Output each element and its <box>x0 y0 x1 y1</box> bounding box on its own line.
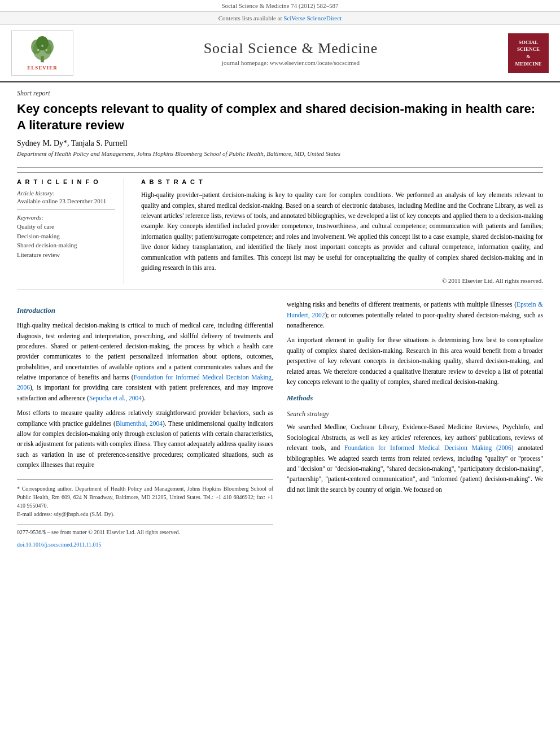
bottom-bar: 0277-9536/$ – see front matter © 2011 El… <box>17 524 273 540</box>
svg-point-7 <box>41 45 43 47</box>
copyright: © 2011 Elsevier Ltd. All rights reserved… <box>141 277 543 284</box>
logo-line-2: SCIENCE <box>517 46 540 53</box>
logo-line-3: & <box>526 53 531 60</box>
main-content: Short report Key concepts relevant to qu… <box>0 82 560 549</box>
keyword-2: Decision-making <box>17 231 115 241</box>
journal-info-bar: Social Science & Medicine 74 (2012) 582–… <box>0 0 560 12</box>
journal-title: Social Science & Medicine <box>79 40 502 57</box>
footnote-email: E-mail address: sdy@jhsph.edu (S.M. Dy). <box>17 510 273 518</box>
keyword-3: Shared decision-making <box>17 241 115 250</box>
elsevier-logo: ELSEVIER <box>11 30 73 76</box>
ref-link-4[interactable]: Epstein & Hundert, 2002 <box>287 301 543 318</box>
body-right-col: weighing risks and benefits of different… <box>287 299 543 549</box>
doi-text: doi:10.1016/j.socscimed.2011.11.015 <box>17 541 102 548</box>
body-left-col: Introduction High-quality medical decisi… <box>17 299 273 549</box>
affiliation: Department of Health Policy and Manageme… <box>17 150 543 163</box>
available-online: Available online 23 December 2011 <box>17 198 115 204</box>
abstract-section: A B S T R A C T High-quality provider–pa… <box>141 178 543 284</box>
svg-point-6 <box>45 49 47 51</box>
article-title: Key concepts relevant to quality of comp… <box>17 101 543 139</box>
article-info-left: A R T I C L E I N F O Article history: A… <box>17 178 124 284</box>
logo-line-4: MEDICINE <box>515 60 541 68</box>
intro-para1: High-quality medical decision-making is … <box>17 320 273 403</box>
search-para: We searched Medline, Cochrane Library, E… <box>287 422 543 495</box>
journal-header: ELSEVIER Social Science & Medicine journ… <box>0 25 560 82</box>
journal-homepage: journal homepage: www.elsevier.com/locat… <box>79 59 502 66</box>
divider-1 <box>17 167 543 168</box>
footnote-section: * Corresponding author. Department of He… <box>17 479 273 518</box>
methods-heading: Methods <box>287 392 543 404</box>
article-info-heading: A R T I C L E I N F O <box>17 178 115 185</box>
doi-line: doi:10.1016/j.socscimed.2011.11.015 <box>17 540 273 549</box>
authors: Sydney M. Dy*, Tanjala S. Purnell <box>17 139 543 150</box>
logo-line-1: SOCIAL <box>519 39 539 46</box>
journal-title-block: Social Science & Medicine journal homepa… <box>79 40 502 66</box>
right-para2: An important element in quality for thes… <box>287 335 543 387</box>
ref-link-1[interactable]: Foundation for Informed Medical Decision… <box>17 374 273 391</box>
svg-point-4 <box>36 36 49 50</box>
journal-logo-right: SOCIAL SCIENCE & MEDICINE <box>508 33 549 73</box>
sciverse-link[interactable]: SciVerse ScienceDirect <box>283 15 342 21</box>
ref-link-2[interactable]: Sepucha et al., 2004 <box>89 395 142 401</box>
ref-link-5[interactable]: Foundation for Informed Medical Decision… <box>344 444 514 451</box>
issn-text: 0277-9536/$ – see front matter © 2011 El… <box>17 528 180 537</box>
contents-text: Contents lists available at <box>218 15 282 21</box>
body-section: Introduction High-quality medical decisi… <box>17 299 543 549</box>
intro-para2: Most efforts to measure quality address … <box>17 408 273 470</box>
intro-heading: Introduction <box>17 305 273 317</box>
keyword-1: Quality of care <box>17 222 115 231</box>
divider-info <box>17 209 115 209</box>
abstract-text: High-quality provider–patient decision-m… <box>141 190 543 273</box>
footnote-star: * Corresponding author. Department of He… <box>17 484 273 510</box>
svg-point-5 <box>37 49 40 51</box>
keyword-4: Literature review <box>17 250 115 260</box>
history-label: Article history: <box>17 190 115 196</box>
article-info-section: A R T I C L E I N F O Article history: A… <box>17 172 543 290</box>
ref-link-3[interactable]: Blumenthal, 2004 <box>116 420 163 427</box>
search-heading: Search strategy <box>287 409 543 420</box>
right-para1: weighing risks and benefits of different… <box>287 299 543 330</box>
abstract-heading: A B S T R A C T <box>141 178 543 185</box>
journal-citation: Social Science & Medicine 74 (2012) 582–… <box>221 2 338 9</box>
keywords-label: Keywords: <box>17 214 115 221</box>
elsevier-text: ELSEVIER <box>27 65 58 71</box>
elsevier-tree-icon <box>25 36 59 64</box>
article-type: Short report <box>17 82 543 101</box>
contents-bar: Contents lists available at SciVerse Sci… <box>0 12 560 25</box>
